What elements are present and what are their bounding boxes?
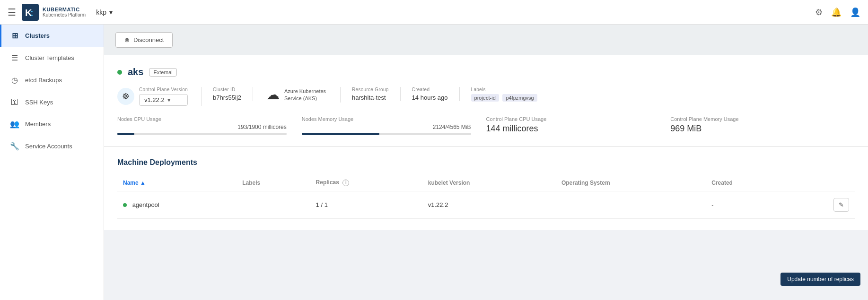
row-replicas-cell: 1 / 1 — [310, 191, 422, 219]
labels-values: project-id p4fpzmgvsg — [471, 94, 539, 102]
nodes-cpu-progress-bg — [117, 133, 287, 135]
row-kubelet-version: v1.22.2 — [428, 201, 448, 208]
topbar-left: ☰ K : KUBERMATIC Kubernetes Platform kkp… — [8, 4, 117, 21]
topbar: ☰ K : KUBERMATIC Kubernetes Platform kkp… — [0, 0, 868, 25]
nodes-memory-value: 2124/4565 MiB — [302, 124, 471, 130]
logo-text: KUBERMATIC Kubernetes Platform — [43, 7, 86, 17]
col-kubelet-version: kubelet Version — [422, 175, 556, 191]
row-created: - — [711, 201, 713, 208]
ssh-keys-icon: ⚿ — [10, 98, 19, 106]
nodes-cpu-block: Nodes CPU Usage 193/1900 millicores — [117, 116, 302, 135]
control-plane-label: Control Plane Version — [139, 87, 188, 92]
etcd-backups-icon: ◷ — [10, 76, 19, 85]
row-operating-system-cell — [556, 191, 706, 219]
service-accounts-icon: 🔧 — [10, 142, 19, 151]
row-name-cell: agentpool — [117, 191, 237, 219]
control-plane-version: v1.22.2 — [144, 96, 165, 103]
sidebar-item-label: Service Accounts — [25, 143, 72, 150]
cluster-id-label: Cluster ID — [213, 87, 241, 92]
sidebar-item-service-accounts[interactable]: 🔧 Service Accounts — [0, 135, 104, 157]
layout: ⊞ Clusters ☰ Cluster Templates ◷ etcd Ba… — [0, 25, 868, 230]
col-name[interactable]: Name ▲ — [117, 175, 237, 191]
sidebar-item-label: etcd Backups — [25, 77, 62, 84]
user-button[interactable]: 👤 — [850, 7, 860, 17]
row-replicas: 1 / 1 — [316, 201, 328, 208]
table-row: agentpool 1 / 1 v1.22.2 — [117, 191, 855, 219]
notifications-button[interactable]: 🔔 — [831, 7, 842, 17]
cp-memory-block: Control Plane Memory Usage 969 MiB — [670, 116, 855, 135]
sidebar-item-ssh-keys[interactable]: ⚿ SSH Keys — [0, 91, 104, 113]
cluster-templates-icon: ☰ — [10, 53, 19, 62]
machine-deployments-section: Machine Deployments Name ▲ Labels Replic… — [104, 147, 868, 230]
kubermatic-logo-icon: K : — [22, 4, 39, 21]
cluster-status-dot — [117, 70, 122, 75]
label-badge-1: p4fpzmgvsg — [502, 94, 537, 102]
resource-group-label: Resource Group — [352, 87, 389, 92]
sidebar-item-cluster-templates[interactable]: ☰ Cluster Templates — [0, 47, 104, 69]
control-plane-info: Control Plane Version v1.22.2 ▾ — [139, 87, 188, 106]
col-created: Created — [706, 175, 787, 191]
settings-button[interactable]: ⚙ — [815, 7, 823, 17]
cp-memory-label: Control Plane Memory Usage — [670, 116, 840, 122]
col-operating-system: Operating System — [556, 175, 706, 191]
replicas-info-icon[interactable]: i — [342, 180, 349, 186]
created-value: 14 hours ago — [412, 94, 448, 101]
row-kubelet-version-cell: v1.22.2 — [422, 191, 556, 219]
cluster-header: aks External — [117, 67, 855, 77]
azure-service-block: ☁ Azure Kubernetes Service (AKS) — [253, 87, 341, 103]
sidebar-item-label: SSH Keys — [25, 99, 53, 106]
labels-label: Labels — [471, 87, 539, 92]
row-created-cell: - — [706, 191, 787, 219]
row-status-dot — [123, 203, 127, 207]
sidebar-item-etcd-backups[interactable]: ◷ etcd Backups — [0, 69, 104, 91]
resource-group-block: Resource Group harshita-test — [341, 87, 401, 101]
sidebar-item-label: Clusters — [25, 32, 50, 39]
table-body: agentpool 1 / 1 v1.22.2 — [117, 191, 855, 219]
sidebar-item-clusters[interactable]: ⊞ Clusters — [0, 25, 104, 47]
col-labels: Labels — [237, 175, 310, 191]
disconnect-button[interactable]: ⊗ Disconnect — [115, 32, 173, 48]
cluster-card: aks External ☸ Control Plane Version v1.… — [104, 55, 868, 147]
nodes-cpu-label: Nodes CPU Usage — [117, 116, 287, 122]
disconnect-label: Disconnect — [133, 36, 164, 43]
sort-asc-icon: ▲ — [140, 180, 146, 186]
kubernetes-logo-icon: ☸ — [117, 88, 134, 105]
disconnect-icon: ⊗ — [124, 36, 130, 43]
chevron-down-icon: ▾ — [109, 9, 113, 16]
sidebar-item-label: Members — [25, 120, 51, 128]
clusters-icon: ⊞ — [10, 31, 19, 40]
col-replicas: Replicas i — [310, 175, 422, 191]
edit-replicas-button[interactable]: ✎ — [833, 198, 849, 212]
notifications-icon: 🔔 — [831, 8, 842, 17]
external-badge: External — [149, 68, 176, 77]
created-block: Created 14 hours ago — [401, 87, 460, 101]
nodes-cpu-value: 193/1900 millicores — [117, 124, 287, 130]
sidebar-item-members[interactable]: 👥 Members — [0, 113, 104, 135]
project-selector[interactable]: kkp ▾ — [91, 7, 117, 18]
cluster-id-block: Cluster ID b7hrs55lj2 — [202, 87, 253, 101]
cluster-meta: ☸ Control Plane Version v1.22.2 ▾ Cluste… — [117, 87, 855, 106]
resource-group-value: harshita-test — [352, 94, 389, 101]
members-icon: 👥 — [10, 120, 19, 129]
nodes-memory-progress-fill — [302, 133, 380, 135]
chevron-down-icon[interactable]: ▾ — [167, 96, 171, 103]
main-content: ⊗ Disconnect aks External ☸ Control Plan… — [104, 25, 868, 230]
nodes-memory-progress-bg — [302, 133, 471, 135]
control-plane-block: ☸ Control Plane Version v1.22.2 ▾ — [117, 87, 202, 106]
sidebar: ⊞ Clusters ☰ Cluster Templates ◷ etcd Ba… — [0, 25, 104, 230]
labels-block: Labels project-id p4fpzmgvsg — [460, 87, 551, 102]
hamburger-button[interactable]: ☰ — [8, 7, 16, 18]
section-title: Machine Deployments — [117, 158, 855, 167]
user-icon: 👤 — [850, 8, 860, 17]
cp-cpu-block: Control Plane CPU Usage 144 millicores — [486, 116, 671, 135]
sidebar-item-label: Cluster Templates — [25, 54, 74, 61]
cp-memory-value: 969 MiB — [670, 124, 840, 134]
row-labels-cell — [237, 191, 310, 219]
table-header: Name ▲ Labels Replicas i kubelet Version — [117, 175, 855, 191]
row-name: agentpool — [132, 201, 159, 208]
topbar-right: ⚙ 🔔 👤 — [815, 7, 860, 17]
logo: K : KUBERMATIC Kubernetes Platform — [22, 4, 86, 21]
svg-text::: : — [30, 8, 34, 18]
nodes-memory-label: Nodes Memory Usage — [302, 116, 471, 122]
cluster-name: aks — [128, 67, 143, 77]
